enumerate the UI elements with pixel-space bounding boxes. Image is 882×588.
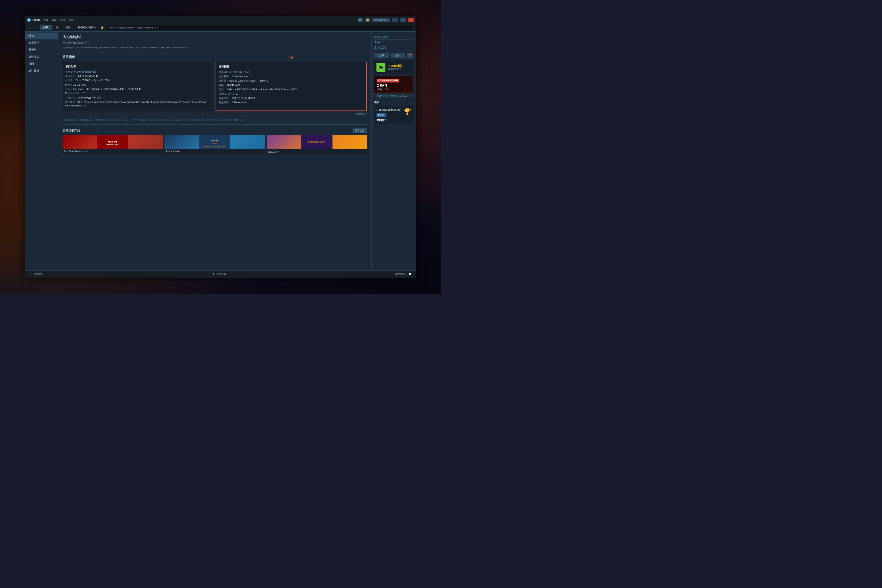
sidebar-item-explore[interactable]: 探索队列	[25, 39, 58, 46]
main-content: 精选 探索队列 愿望单 点数商店 新闻 统计数据 成人内容描述 开发者对内容描述…	[25, 32, 416, 270]
more-products-header: 更多类似产品 查看全部	[63, 128, 367, 133]
link-discussion[interactable]: 查看讨论	[374, 40, 413, 45]
tab-store[interactable]: 商店	[40, 25, 52, 30]
minimize-button[interactable]: —	[392, 18, 398, 22]
speaker-icon[interactable]: 🔊	[358, 18, 363, 22]
svg-text:RED DEAD: RED DEAD	[108, 141, 117, 143]
forward-button[interactable]: →	[33, 26, 39, 30]
cdpr-ad-inner: CD PROJEKT RED GEAR NOW OPEN	[374, 76, 413, 93]
lock-icon: 🔒	[100, 26, 104, 29]
link-community[interactable]: 查找社区组	[374, 45, 413, 50]
add-game-button[interactable]: ＋ 添加游戏	[28, 272, 45, 277]
sysreq-min-title: 最低配置	[65, 64, 210, 68]
sysreq-min-r4: 显卡： GeForce GTX 1060 6GB or Radeon RX 58…	[65, 87, 210, 91]
cdpr-gear-text: GEAR	[376, 84, 411, 88]
url-bar[interactable]: store.steampowered.com/app/1091500/_2077…	[108, 26, 412, 30]
trophy-icon: 🏆	[404, 108, 411, 116]
close-button[interactable]: ✕	[408, 18, 414, 22]
sysreq-rec-r5: DirectX 版本： 12	[219, 92, 364, 96]
cdpr-ad[interactable]: CD PROJEKT RED GEAR NOW OPEN CD PROJEKT …	[374, 76, 413, 98]
page-main: 成人内容描述 开发者对内容描述如下： Cyberpunk 2077 contai…	[58, 32, 371, 270]
adult-content-title: 成人内容描述	[63, 35, 367, 39]
sysreq-min-r7: 附注事项： SSD required. Attention: In this g…	[65, 100, 210, 107]
friends-chat-button[interactable]: 好友与聊天 💬	[393, 272, 413, 277]
sidebar-item-stats[interactable]: 统计数据	[25, 67, 58, 74]
games-row: RED DEAD REDEMPTION 2 Red Dead Redemptio…	[63, 135, 367, 154]
sysreq-rec-r6: 存储空间： 需要 70 GB 可用空间	[219, 97, 364, 100]
awards-section: 奖项 STEAM 大奖 2022 获奖者 爱的付出 🏆	[374, 100, 413, 124]
game-thumb-borderlands: BORDERLANDS 3	[267, 135, 367, 149]
title-bar: S Steam 查看 好友 游戏 帮助 🔊 🔔 hchuan16CN — □ ✕	[25, 16, 416, 24]
award-event-title: STEAM 大奖 2022	[376, 108, 400, 112]
steam-logo-icon: S	[27, 18, 31, 22]
sysreq-recommended: ➔ 推荐配置 需要 64 位处理器和操作系统 操作系统： 64-bit Wind…	[216, 62, 367, 111]
game-thumb-rdr2: RED DEAD REDEMPTION 2	[63, 135, 163, 149]
game-name-borderlands: 无主之地 3	[267, 149, 367, 154]
game-name-atomic: Atomic Heart	[165, 149, 265, 153]
nav-bar: ← → 商店 库 社区 HCHUAN16CN 🔒 store.steampowe…	[25, 24, 416, 32]
bottom-bar: ＋ 添加游戏 ⬇ 管理下载 好友与聊天 💬	[25, 270, 416, 278]
manage-dl-label: 管理下载	[216, 273, 226, 276]
tab-community[interactable]: 社区	[63, 25, 74, 30]
cdpr-link[interactable]: CD PROJEKT RED Gear Store	[376, 95, 411, 98]
link-news[interactable]: 阅读相关新闻	[374, 34, 413, 40]
manage-dl-button[interactable]: ⬇ 管理下载	[211, 272, 228, 277]
sysreq-title: 系统需求	[63, 55, 367, 59]
metacritic-score: 86	[376, 63, 386, 72]
download-icon: ⬇	[212, 273, 215, 276]
tab-library[interactable]: 库	[52, 25, 62, 30]
game-name-rdr2: Red Dead Redemption 2	[63, 149, 163, 153]
titlebar-right: 🔊 🔔 hchuan16CN — □ ✕	[358, 18, 414, 22]
metacritic-label: metacritic	[388, 64, 411, 68]
svg-text:HEART: HEART	[212, 143, 218, 145]
svg-text:TRAPPED IN LIMBO DLC 已发布！: TRAPPED IN LIMBO DLC 已发布！	[202, 146, 227, 147]
game-card-borderlands[interactable]: BORDERLANDS 3 无主之地 3	[267, 135, 367, 154]
game-card-rdr2[interactable]: RED DEAD REDEMPTION 2 Red Dead Redemptio…	[63, 135, 163, 154]
notification-icon[interactable]: 🔔	[365, 18, 370, 22]
left-sidebar: 精选 探索队列 愿望单 点数商店 新闻 统计数据	[25, 32, 58, 270]
embed-button[interactable]: 嵌入	[391, 52, 406, 58]
view-all-button[interactable]: 查看全部	[352, 128, 367, 133]
steam-award-box: STEAM 大奖 2022 获奖者 爱的付出 🏆	[374, 106, 413, 124]
sysreq-min-r6: 存储空间： 需要 70 GB 可用空间	[65, 96, 210, 99]
svg-text:BORDERLANDS 3: BORDERLANDS 3	[308, 141, 326, 143]
sysreq-min-r3: 内存： 12 GB RAM	[65, 83, 210, 87]
sysreq-minimum: 最低配置 需要 64 位处理器和操作系统 操作系统： 64-bit Window…	[63, 62, 213, 111]
title-steam-label: Steam	[33, 18, 40, 21]
tab-username[interactable]: HCHUAN16CN	[75, 25, 100, 30]
sidebar-item-featured[interactable]: 精选	[25, 33, 58, 39]
svg-text:ATOMIC: ATOMIC	[212, 140, 218, 142]
sysreq-rec-r7: 附注事项： SSD required.	[219, 101, 364, 104]
game-card-atomic[interactable]: ATOMIC HEART TRAPPED IN LIMBO DLC 已发布！ A…	[165, 135, 265, 154]
user-account[interactable]: hchuan16CN	[372, 18, 390, 22]
share-actions: 分享 嵌入 🚩	[374, 52, 413, 58]
metacritic-sublabel: 阅读游戏评测	[388, 68, 411, 70]
sysreq-rec-r1: 操作系统： 64-bit Windows 10	[219, 75, 364, 78]
game-thumb-atomic: ATOMIC HEART TRAPPED IN LIMBO DLC 已发布！	[165, 135, 265, 149]
nav-view[interactable]: 查看	[43, 18, 48, 22]
back-button[interactable]: ←	[27, 26, 33, 30]
sidebar-item-wishlist[interactable]: 愿望单	[25, 46, 58, 53]
expand-link[interactable]: 展开阅读 ∨	[63, 112, 367, 116]
sysreq-rec-r0: 需要 64 位处理器和操作系统	[219, 70, 364, 74]
nav-help[interactable]: 帮助	[69, 18, 74, 22]
share-button[interactable]: 分享	[374, 52, 389, 58]
sysreq-min-r2: 处理器： Core i7-6700 or Ryzen 5 1600	[65, 79, 210, 82]
sysreq-min-r5: DirectX 版本： 12	[65, 92, 210, 95]
nav-friends[interactable]: 好友	[52, 18, 57, 22]
sysreq-min-r0: 需要 64 位处理器和操作系统	[65, 70, 210, 74]
flag-button[interactable]: 🚩	[407, 52, 413, 58]
page-area: 成人内容描述 开发者对内容描述如下： Cyberpunk 2077 contai…	[58, 32, 416, 270]
sidebar-item-points[interactable]: 点数商店	[25, 53, 58, 60]
cdpr-now-open: NOW OPEN	[376, 88, 411, 90]
sysreq-rec-r2: 处理器： Core i7-12700 or Ryzen 7 7800X3D	[219, 79, 364, 82]
adult-content-subtitle: 开发者对内容描述如下：	[63, 41, 367, 44]
sidebar-item-news[interactable]: 新闻	[25, 60, 58, 67]
nav-games[interactable]: 游戏	[60, 18, 65, 22]
maximize-button[interactable]: □	[400, 18, 406, 22]
metacritic-box[interactable]: 86 metacritic 阅读游戏评测	[374, 60, 413, 74]
awards-title: 奖项	[374, 100, 413, 104]
right-sidebar: 阅读相关新闻 查看讨论 查找社区组 分享 嵌入 🚩 86 metacritic …	[371, 32, 416, 270]
award-event: STEAM 大奖 2022 获奖者 爱的付出 🏆	[376, 108, 411, 122]
divider-1	[63, 52, 367, 52]
